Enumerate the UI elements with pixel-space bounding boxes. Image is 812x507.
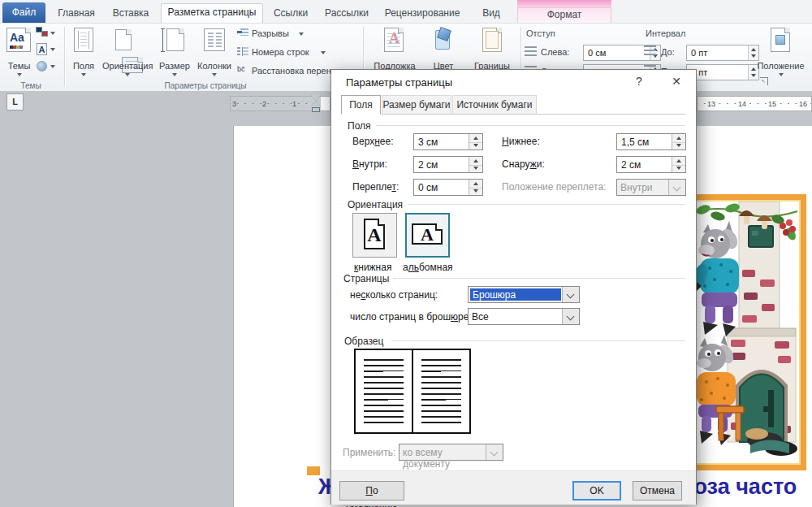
tab-references[interactable]: Ссылки xyxy=(270,5,312,23)
top-margin-field[interactable]: 3 см xyxy=(413,133,483,150)
chevron-down-icon xyxy=(779,73,784,76)
chevron-down-icon xyxy=(212,73,217,76)
margins-icon xyxy=(74,28,93,52)
pages-section-label: Страницы xyxy=(343,273,389,284)
book-illustration xyxy=(686,194,806,470)
default-button[interactable]: По умолчанию xyxy=(339,481,404,500)
ruler-mark: 16 xyxy=(799,100,807,108)
position-icon xyxy=(771,28,790,52)
page-setup-group-label: Параметры страницы xyxy=(71,81,339,91)
outside-margin-field[interactable]: 2 см xyxy=(616,156,686,173)
chevron-down-icon xyxy=(299,32,304,36)
horizontal-ruler[interactable] xyxy=(321,96,330,111)
columns-icon xyxy=(204,28,225,51)
columns-button[interactable]: Колонки xyxy=(195,27,234,77)
chevron-down-icon xyxy=(125,73,130,76)
horizontal-ruler[interactable]: 13 14 15 16 xyxy=(697,96,812,111)
chevron-down-icon xyxy=(668,180,685,195)
bottom-margin-label: Нижнее: xyxy=(502,136,540,147)
theme-effects-button[interactable] xyxy=(35,60,56,76)
breaks-icon xyxy=(237,28,248,37)
tab-file[interactable]: Файл xyxy=(2,2,45,23)
line-numbers-button[interactable]: Номера строк xyxy=(237,46,351,58)
orientation-section-label: Ориентация xyxy=(348,199,403,210)
spacing-before-icon xyxy=(644,46,656,56)
indent-marker[interactable] xyxy=(311,95,321,113)
ok-button[interactable]: OK xyxy=(572,481,621,500)
chevron-down-icon[interactable] xyxy=(562,309,579,324)
tab-paper-size[interactable]: Размер бумаги xyxy=(382,95,451,115)
apply-to-label: Применить: xyxy=(343,447,395,458)
tab-divider xyxy=(341,114,685,115)
landscape-option-label: альбомная xyxy=(403,262,453,273)
position-button[interactable]: Положение xyxy=(751,27,810,77)
spinner-buttons[interactable] xyxy=(469,134,482,150)
chevron-down-icon xyxy=(50,65,55,68)
pages-per-booklet-select[interactable]: Все xyxy=(468,308,580,325)
spacing-before-field[interactable]: 0 пт xyxy=(686,45,759,61)
chevron-down-icon xyxy=(50,48,55,51)
tab-stop-selector[interactable]: L xyxy=(6,93,24,110)
group-separator xyxy=(64,27,65,87)
margins-section-label: Поля xyxy=(348,120,371,132)
tab-review[interactable]: Рецензирование xyxy=(380,5,464,23)
margins-button[interactable]: Поля xyxy=(68,27,99,77)
tab-home[interactable]: Главная xyxy=(52,5,101,23)
themes-group-label: Темы xyxy=(3,81,58,91)
contextual-tab-group-marker xyxy=(517,0,611,7)
indent-group-label: Отступ xyxy=(526,28,555,38)
theme-fonts-icon: A xyxy=(37,43,47,55)
themes-button[interactable]: Aa Темы xyxy=(6,27,32,77)
spinner-buttons[interactable] xyxy=(469,157,482,172)
tab-mailings[interactable]: Рассылки xyxy=(322,5,372,23)
chevron-down-icon xyxy=(17,73,22,76)
apply-to-select: ко всему документу xyxy=(399,444,503,461)
spinner-buttons[interactable] xyxy=(672,157,685,172)
spinner-buttons[interactable] xyxy=(672,134,685,150)
preview-left-page xyxy=(354,349,413,434)
portrait-page-icon: A xyxy=(364,219,385,249)
watermark-icon: A xyxy=(384,28,404,52)
document-text-right: Коза часто xyxy=(680,474,797,500)
preview-section-label: Образец xyxy=(344,336,383,347)
tab-view[interactable]: Вид xyxy=(473,5,510,23)
line-numbers-icon xyxy=(237,47,248,56)
horizontal-ruler[interactable]: 3 2 1 xyxy=(230,96,321,111)
gutter-field[interactable]: 0 см xyxy=(413,179,483,196)
bottom-margin-field[interactable]: 1,5 см xyxy=(616,133,686,150)
paragraph-dialog-launcher[interactable]: ↘ xyxy=(760,77,768,85)
close-button[interactable]: ✕ xyxy=(667,75,685,88)
theme-fonts-button[interactable]: A xyxy=(35,43,56,58)
spacing-after-field[interactable]: 0 пт xyxy=(686,64,759,80)
cancel-button[interactable]: Отмена xyxy=(633,481,682,500)
page-borders-icon xyxy=(482,28,502,52)
spacing-before-label: До: xyxy=(661,47,675,57)
theme-colors-icon xyxy=(41,31,48,37)
gutter-position-label: Положение переплета: xyxy=(502,181,606,193)
spinner-buttons[interactable] xyxy=(469,180,482,195)
chevron-down-icon[interactable] xyxy=(562,287,579,302)
tab-insert[interactable]: Вставка xyxy=(107,5,154,23)
multiple-pages-select[interactable]: Брошюра xyxy=(468,286,580,303)
inside-margin-field[interactable]: 2 см xyxy=(413,156,483,173)
orientation-landscape-option[interactable]: A xyxy=(405,213,450,258)
chevron-down-icon xyxy=(321,51,326,54)
orientation-button[interactable]: Ориентация xyxy=(102,27,153,77)
size-button[interactable]: Размер xyxy=(156,27,193,77)
indent-left-icon xyxy=(525,46,537,56)
tab-format[interactable]: Формат xyxy=(517,7,611,23)
breaks-button[interactable]: Разрывы xyxy=(237,28,351,40)
orientation-portrait-option[interactable]: A xyxy=(352,213,397,258)
help-button[interactable]: ? xyxy=(630,75,648,88)
tab-page-layout[interactable]: Разметка страницы xyxy=(161,3,263,23)
tab-margins[interactable]: Поля xyxy=(341,95,381,115)
top-margin-label: Верхнее: xyxy=(352,136,394,147)
theme-colors-button[interactable] xyxy=(35,25,56,41)
inside-margin-label: Внутри: xyxy=(352,158,387,170)
page-color-icon xyxy=(434,28,453,51)
ribbon-tab-bar: Файл Главная Вставка Разметка страницы С… xyxy=(0,0,812,23)
gutter-position-select: Внутри xyxy=(616,179,686,196)
chevron-down-icon xyxy=(486,444,503,460)
preview-booklet xyxy=(354,349,473,434)
tab-paper-source[interactable]: Источник бумаги xyxy=(452,95,537,115)
